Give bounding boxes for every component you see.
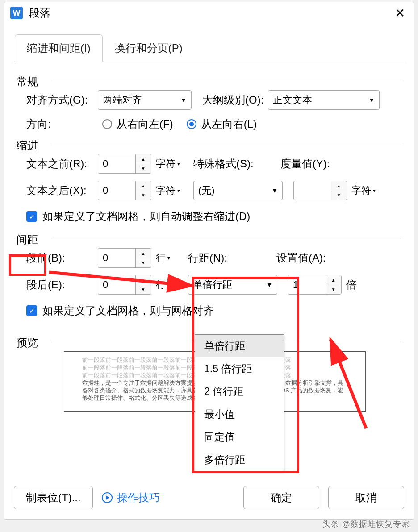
direction-label: 方向: [26, 117, 93, 131]
caret-down-icon: ▼ [180, 96, 187, 104]
outline-value: 正文文本 [273, 93, 312, 107]
checkbox-grid-align-label: 如果定义了文档网格，则与网格对齐 [42, 303, 214, 318]
caret-down-icon: ▼ [266, 281, 272, 288]
indent-after-input[interactable] [98, 181, 135, 200]
spin-up[interactable]: ▲ [136, 181, 151, 191]
tabstop-button[interactable]: 制表位(T)... [14, 486, 93, 509]
radio-rtl-label: 从右向左(F) [117, 117, 173, 131]
dropdown-item[interactable]: 单倍行距 [195, 335, 284, 357]
radio-rtl[interactable]: 从右向左(F) [102, 117, 173, 131]
setvalue-label: 设置值(A): [276, 251, 326, 265]
spacing-after-input[interactable] [98, 275, 135, 294]
indent-before-label: 文本之前(R): [26, 157, 93, 171]
spin-up[interactable]: ▲ [326, 275, 341, 285]
spacing-after-spinner[interactable]: ▲▼ [98, 275, 151, 295]
measure-label: 度量值(Y): [280, 157, 330, 171]
tips-link[interactable]: 操作技巧 [102, 490, 160, 505]
spacing-before-spinner[interactable]: ▲▼ [98, 248, 151, 268]
indent-after-unit[interactable]: 字符▾ [156, 184, 180, 197]
align-select[interactable]: 两端对齐 ▼ [98, 90, 192, 110]
linespacing-label: 行距(N): [188, 251, 227, 265]
checkbox-auto-indent[interactable]: ✓ [26, 211, 37, 222]
spin-down[interactable]: ▼ [136, 164, 151, 174]
indent-after-spinner[interactable]: ▲▼ [98, 181, 151, 200]
outline-label: 大纲级别(O): [202, 93, 263, 107]
indent-after-label: 文本之后(X): [26, 183, 93, 198]
setvalue-spinner[interactable]: ▲▼ [288, 275, 342, 295]
align-label: 对齐方式(G): [26, 93, 93, 107]
outline-select[interactable]: 正文文本 ▼ [268, 90, 380, 110]
linespacing-dropdown: 单倍行距 1.5 倍行距 2 倍行距 最小值 固定值 多倍行距 [195, 334, 284, 472]
titlebar: W 段落 ✕ [4, 2, 414, 24]
caret-down-icon: ▼ [272, 187, 278, 194]
caret-down-icon: ▼ [368, 96, 375, 104]
measure-spinner[interactable]: ▲▼ [293, 181, 347, 200]
dropdown-item[interactable]: 1.5 倍行距 [195, 357, 284, 380]
watermark: 头条 @数据蛙恢复专家 [322, 519, 410, 529]
section-divider [51, 145, 401, 145]
section-divider [51, 239, 401, 239]
special-select[interactable]: (无) ▼ [193, 181, 283, 200]
ok-button[interactable]: 确定 [243, 486, 319, 509]
spin-down[interactable]: ▼ [136, 258, 151, 268]
spacing-before-input[interactable] [98, 249, 135, 267]
tabbar: 缩进和间距(I) 换行和分页(P) [4, 34, 414, 62]
spacing-before-unit[interactable]: 行▾ [156, 251, 170, 265]
radio-ltr[interactable]: 从左向右(L) [187, 117, 257, 131]
section-divider [51, 81, 401, 81]
dropdown-item[interactable]: 固定值 [195, 426, 284, 449]
tips-label: 操作技巧 [117, 490, 160, 505]
indent-before-spinner[interactable]: ▲▼ [98, 154, 151, 174]
dropdown-item[interactable]: 多倍行距 [195, 449, 284, 471]
dialog-title: 段落 [29, 6, 50, 20]
spin-down[interactable]: ▼ [331, 191, 347, 200]
app-icon: W [10, 7, 23, 19]
dialog-content: 常规 对齐方式(G): 两端对齐 ▼ 大纲级别(O): 正文文本 ▼ 方向: 从… [4, 62, 414, 478]
dialog-footer: 制表位(T)... 操作技巧 确定 取消 [4, 478, 414, 519]
indent-before-unit[interactable]: 字符▾ [156, 157, 180, 170]
section-indent: 缩进 [17, 138, 401, 153]
linespacing-value: 单倍行距 [193, 278, 232, 291]
setvalue-input[interactable] [288, 275, 326, 294]
spin-up[interactable]: ▲ [136, 249, 151, 258]
measure-input[interactable] [294, 181, 331, 200]
measure-unit[interactable]: 字符▾ [351, 184, 376, 197]
spacing-after-label: 段后(E): [26, 278, 93, 292]
spin-down[interactable]: ▼ [136, 285, 151, 295]
section-general: 常规 [17, 75, 401, 89]
dropdown-item[interactable]: 最小值 [195, 403, 284, 426]
spin-up[interactable]: ▲ [331, 181, 347, 191]
special-label: 特殊格式(S): [193, 157, 254, 171]
spacing-before-label: 段前(B): [26, 251, 93, 265]
checkbox-auto-indent-label: 如果定义了文档网格，则自动调整右缩进(D) [42, 209, 250, 224]
linespacing-select[interactable]: 单倍行距 ▼ [188, 275, 277, 295]
special-value: (无) [198, 184, 215, 197]
tab-indent-spacing[interactable]: 缩进和间距(I) [15, 34, 103, 62]
radio-ltr-label: 从左向右(L) [201, 117, 257, 131]
spin-up[interactable]: ▲ [136, 275, 151, 285]
indent-before-input[interactable] [98, 154, 135, 173]
cancel-button[interactable]: 取消 [328, 486, 404, 509]
play-icon [102, 492, 113, 503]
align-value: 两端对齐 [103, 93, 142, 107]
tab-pagebreak[interactable]: 换行和分页(P) [103, 34, 195, 62]
spin-down[interactable]: ▼ [326, 285, 341, 295]
paragraph-dialog: W 段落 ✕ 缩进和间距(I) 换行和分页(P) 常规 对齐方式(G): 两端对… [4, 2, 414, 520]
checkbox-grid-align[interactable]: ✓ [26, 305, 37, 316]
dropdown-item[interactable]: 2 倍行距 [195, 380, 284, 403]
section-spacing: 间距 [17, 233, 401, 247]
spin-up[interactable]: ▲ [136, 154, 151, 164]
close-button[interactable]: ✕ [392, 5, 408, 21]
spacing-after-unit[interactable]: 行▾ [156, 278, 170, 291]
setvalue-unit: 倍 [346, 278, 357, 292]
spin-down[interactable]: ▼ [136, 191, 151, 200]
